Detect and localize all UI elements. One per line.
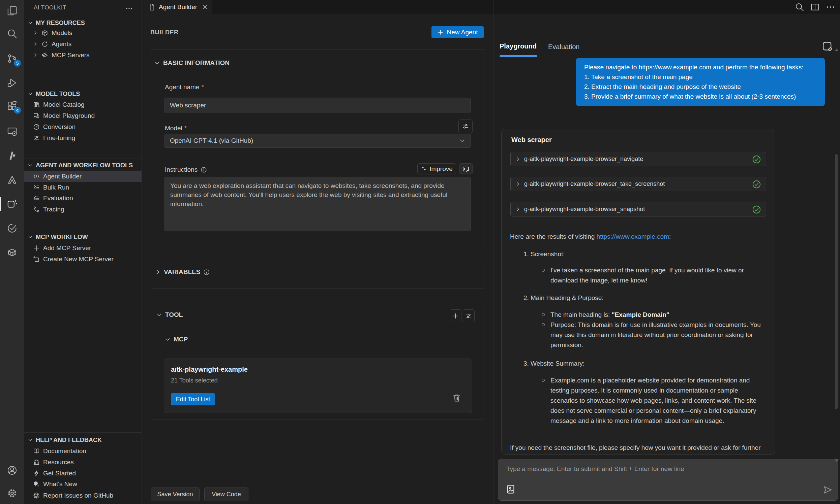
sidebar-item-label: Models [52,29,72,37]
send-icon[interactable] [822,485,833,495]
sidebar-section-my-resources[interactable]: MY RESOURCES [24,18,141,28]
sidebar-item-model-catalog[interactable]: Model Catalog [24,99,141,110]
activitybar-run-debug[interactable] [0,76,24,90]
sidebar-more-actions[interactable] [125,5,133,12]
sidebar-item-add-mcp-server[interactable]: Add MCP Server [24,242,141,253]
tool-header[interactable]: TOOL [156,311,183,319]
bullet-icon [542,313,545,316]
activitybar-azure[interactable] [0,173,24,186]
sidebar-item-mcp-servers[interactable]: MCP Servers [24,50,141,60]
ai-toolkit-icon [7,199,17,209]
user-message-bubble: Please navigate to https://www.example.c… [576,58,825,106]
instructions-value: You are a web exploration assistant that… [170,182,447,208]
tab-agent-builder[interactable]: Agent Builder [141,0,212,14]
add-tool-button[interactable] [450,309,461,322]
edit-tool-list-button[interactable]: Edit Tool List [171,393,215,406]
scroll-down-arrow[interactable] [835,459,839,462]
info-icon[interactable] [201,167,207,173]
activitybar-search[interactable] [0,27,24,40]
variables-header[interactable]: VARIABLES [155,268,210,276]
improve-button[interactable]: Improve [417,163,456,175]
scroll-up-arrow[interactable] [835,49,839,51]
mcp-group-header[interactable]: MCP [165,336,188,343]
chat-input-box[interactable]: Type a message. Enter to submit and Shif… [498,459,838,501]
sidebar-item-tracing[interactable]: Tracing [24,204,141,215]
tool-call-row[interactable]: g-aitk-playwright-example-browser_snapsh… [510,202,766,216]
sidebar-item-label: Model Catalog [43,101,85,108]
activitybar-containers[interactable] [0,246,24,259]
sidebar-item-label: Agent Builder [43,173,82,180]
sidebar-item-get-started[interactable]: Get Started [24,468,141,479]
sidebar-section-mcp-workflow[interactable]: MCP WORKFLOW [24,232,141,242]
scrollbar-thumb[interactable] [835,154,838,409]
activitybar-remote-explorer[interactable] [0,125,24,138]
sidebar-item-evaluation[interactable]: Evaluation [24,193,141,204]
activitybar-extensions[interactable]: 4 [0,99,24,112]
files-icon [7,6,17,16]
view-code-button[interactable]: View Code [204,487,248,501]
sidebar-item-resources[interactable]: Resources [24,456,141,468]
tab-playground[interactable]: Playground [500,42,537,50]
save-version-button[interactable]: Save Version [151,487,200,501]
tool-settings-button[interactable] [463,309,475,322]
plus-icon [452,313,459,319]
agent-name-input[interactable]: Web scraper [165,97,470,113]
tool-card: TOOL MCP aitk-playwright-example 21 Tool… [151,301,484,419]
activitybar-settings[interactable] [0,486,24,500]
info-icon[interactable] [203,269,210,275]
search-icon[interactable] [795,2,804,12]
more-actions-icon[interactable] [826,2,835,12]
split-editor-icon[interactable] [810,2,820,12]
new-agent-button[interactable]: New Agent [431,26,484,38]
tools-selected-count: 21 Tools selected [171,377,218,384]
prompt-editor-button[interactable] [459,163,473,175]
sidebar-item-label: Model Playground [43,112,95,120]
delete-server-button[interactable] [452,393,461,403]
sidebar-item-model-playground[interactable]: Model Playground [24,110,141,121]
basic-information-header[interactable]: BASIC INFORMATION [154,59,229,67]
sidebar-item-bulk-run[interactable]: Bulk Run [24,182,141,193]
sidebar-section-model-tools[interactable]: MODEL TOOLS [24,89,141,98]
sidebar-item-agents[interactable]: Agents [24,38,141,50]
activitybar-ai-toolkit[interactable] [0,197,24,211]
editor-tabstrip: Agent Builder [141,0,840,14]
account-icon [7,465,17,475]
container-icon [7,248,17,257]
activitybar-prompt-flow[interactable] [0,149,24,162]
sidebar-item-documentation[interactable]: Documentation [24,446,141,456]
model-select[interactable]: OpenAI GPT-4.1 (via GitHub) [165,134,470,148]
sidebar-item-agent-builder[interactable]: Agent Builder [24,171,141,182]
model-settings-button[interactable] [459,120,473,133]
tool-call-row[interactable]: g-aitk-playwright-example-browser_naviga… [510,152,766,166]
tool-call-row[interactable]: g-aitk-playwright-example-browser_take_s… [510,177,766,191]
sidebar-item-whats-new[interactable]: What's New [24,479,141,489]
sidebar-item-conversion[interactable]: Conversion [24,121,141,132]
instructions-textarea[interactable]: You are a web exploration assistant that… [165,177,470,231]
sidebar-item-create-new-mcp-server[interactable]: Create New MCP Server [24,253,141,265]
user-message-line: 3. Provide a brief summary of what the w… [584,92,817,101]
sidebar-item-report-issues[interactable]: Report Issues on GitHub [24,490,141,501]
sidebar-section-help-feedback[interactable]: HELP AND FEEDBACK [24,435,141,445]
close-icon[interactable] [202,4,208,10]
sidebar-item-models[interactable]: Models [24,27,141,38]
activity-bar: 5 4 [0,0,24,504]
activitybar-explorer[interactable] [0,4,24,18]
section-title: TOOL [165,311,183,319]
chat-input-placeholder: Type a message. Enter to submit and Shif… [506,465,684,473]
new-chat-icon[interactable] [822,40,833,52]
tab-label: Agent Builder [159,3,197,11]
required-asterisk: * [201,84,204,91]
chevron-down-icon [28,91,33,97]
sidebar-item-fine-tuning[interactable]: Fine-tuning [24,132,141,143]
tab-evaluation[interactable]: Evaluation [548,43,580,51]
sidebar-ai-toolkit: AI TOOLKIT MY RESOURCES Models Agents MC… [24,0,141,504]
sidebar-section-agent-workflow-tools[interactable]: AGENT AND WORKFLOW TOOLS [24,161,141,170]
example-link[interactable]: https://www.example.com [597,233,669,240]
activitybar-source-control[interactable]: 5 [0,52,24,65]
github-icon [33,492,40,499]
tool-call-name: g-aitk-playwright-example-browser_take_s… [524,180,665,187]
model-label: Model* [165,125,187,132]
activitybar-testing[interactable] [0,221,24,235]
attach-image-icon[interactable] [505,484,516,494]
activitybar-accounts[interactable] [0,464,24,477]
